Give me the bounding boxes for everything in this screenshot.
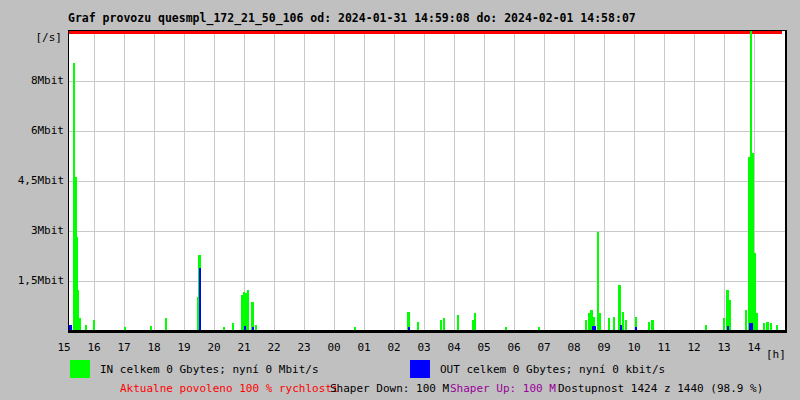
traffic-spike-in: [124, 327, 126, 330]
traffic-spike-in: [705, 325, 707, 330]
x-tick-label: 09: [597, 341, 610, 354]
legend-out-swatch: [410, 360, 430, 378]
y-tick-label: 4,5Mbit: [0, 174, 64, 187]
y-tick-label: 6Mbit: [0, 124, 64, 137]
x-tick-label: 20: [207, 341, 220, 354]
traffic-spike-in: [232, 323, 234, 330]
traffic-spike-in: [474, 313, 476, 330]
x-tick-label: 17: [117, 341, 130, 354]
traffic-graph-page: { "header": { "title": "Graf provozu que…: [0, 0, 800, 400]
x-tick-label: 16: [87, 341, 100, 354]
x-tick-label: 08: [567, 341, 580, 354]
traffic-spike-in: [622, 312, 624, 330]
traffic-spike-in: [417, 322, 419, 330]
x-tick-label: 00: [327, 341, 340, 354]
legend-in-label: IN celkem 0 Gbytes; nyní 0 Mbit/s: [100, 363, 319, 376]
traffic-spike-in: [756, 313, 758, 330]
horizontal-gridline: [69, 131, 785, 132]
traffic-spike-in: [538, 327, 540, 330]
x-tick-label: 06: [507, 341, 520, 354]
legend-in-swatch: [70, 360, 90, 378]
x-tick-label: 10: [627, 341, 640, 354]
traffic-spike-in: [729, 300, 731, 330]
traffic-spike-in: [651, 320, 654, 330]
x-tick-label: 11: [657, 341, 670, 354]
traffic-spike-out: [69, 325, 72, 330]
chart-canvas: [69, 31, 785, 330]
x-tick-label: 15: [57, 341, 70, 354]
traffic-spike-in: [613, 317, 615, 330]
y-axis-unit-label: [/s]: [0, 31, 62, 44]
x-tick-label: 01: [357, 341, 370, 354]
x-tick-label: 02: [387, 341, 400, 354]
x-tick-label: 21: [237, 341, 250, 354]
traffic-spike-in: [354, 327, 356, 330]
traffic-spike-in: [608, 318, 610, 330]
x-tick-label: 19: [177, 341, 190, 354]
x-tick-label: 12: [687, 341, 700, 354]
traffic-spike-in: [79, 318, 81, 330]
status-shaper-down-text: Shaper Down: 100 M: [330, 382, 449, 395]
traffic-spike-in: [599, 313, 601, 330]
shaper-limit-line: [69, 31, 782, 34]
traffic-spike-out: [252, 327, 254, 330]
traffic-spike-in: [255, 325, 257, 330]
traffic-spike-in: [150, 326, 152, 330]
chart-plot-area: [68, 30, 787, 333]
horizontal-gridline: [69, 81, 785, 82]
traffic-spike-in: [457, 315, 459, 330]
traffic-spike-in: [776, 325, 778, 330]
traffic-spike-out: [749, 323, 753, 330]
status-shaper-up-text: Shaper Up: 100 M: [450, 382, 556, 395]
traffic-spike-out: [592, 326, 596, 330]
x-tick-label: 14: [747, 341, 760, 354]
x-tick-label: 23: [297, 341, 310, 354]
traffic-spike-in: [165, 318, 167, 330]
y-tick-label: 3Mbit: [0, 224, 64, 237]
traffic-spike-in: [93, 320, 95, 330]
traffic-spike-in: [223, 327, 225, 330]
x-tick-label: 13: [717, 341, 730, 354]
traffic-spike-in: [723, 318, 725, 330]
traffic-spike-in: [251, 302, 254, 330]
traffic-spike-in: [763, 323, 765, 330]
status-availability-text: Dostupnost 1424 z 1440 (98.9 %): [558, 382, 763, 395]
traffic-spike-in: [85, 325, 87, 330]
traffic-spike-in: [505, 327, 507, 330]
horizontal-gridline: [69, 181, 785, 182]
horizontal-gridline: [69, 281, 785, 282]
traffic-spike-in: [585, 320, 587, 330]
y-tick-label: 8Mbit: [0, 74, 64, 87]
x-tick-label: 22: [267, 341, 280, 354]
traffic-spike-out: [244, 326, 246, 330]
traffic-spike-in: [443, 318, 445, 330]
x-tick-label: 07: [537, 341, 550, 354]
x-tick-label: 05: [477, 341, 490, 354]
traffic-spike-in: [247, 290, 249, 330]
traffic-spike-out: [408, 327, 410, 330]
traffic-spike-out: [199, 268, 201, 330]
y-tick-label: 1,5Mbit: [0, 274, 64, 287]
traffic-spike-out: [727, 326, 729, 330]
traffic-spike-out: [635, 327, 637, 330]
x-tick-label: 04: [447, 341, 460, 354]
traffic-spike-in: [648, 322, 650, 330]
traffic-spike-out: [620, 325, 622, 330]
status-speed-text: Aktualne povoleno 100 % rychlosti: [120, 382, 339, 395]
legend-out-label: OUT celkem 0 Gbytes; nyní 0 kbit/s: [440, 363, 665, 376]
traffic-spike-in: [770, 323, 772, 330]
traffic-spike-in: [745, 310, 747, 330]
traffic-spike-in: [440, 320, 442, 330]
x-axis-unit-label: [h]: [766, 348, 786, 361]
traffic-spike-in: [766, 322, 769, 330]
traffic-spike-in: [618, 285, 621, 330]
x-tick-label: 18: [147, 341, 160, 354]
horizontal-gridline: [69, 231, 785, 232]
traffic-spike-in: [625, 320, 627, 330]
x-tick-label: 03: [417, 341, 430, 354]
graph-title: Graf provozu quesmpl_172_21_50_106 od: 2…: [68, 11, 636, 25]
